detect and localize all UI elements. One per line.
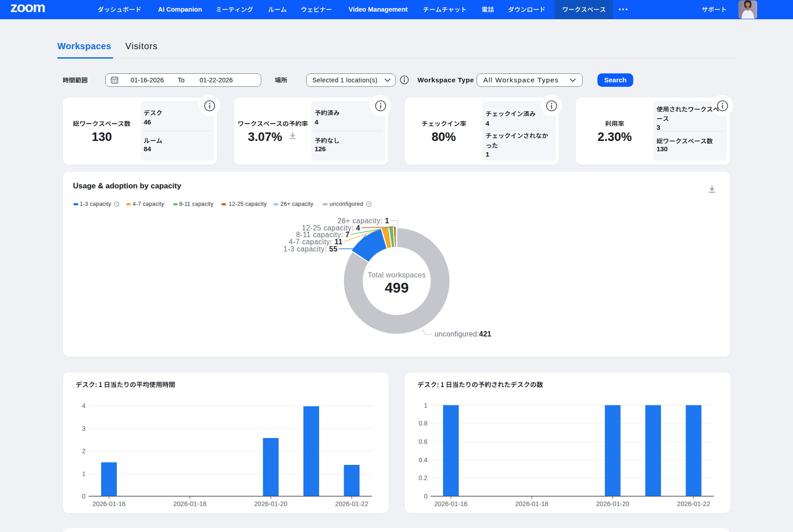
svg-text:unconfigured:421: unconfigured:421 <box>435 330 491 338</box>
svg-text:4: 4 <box>82 402 85 409</box>
svg-text:2026-01-16: 2026-01-16 <box>92 500 125 507</box>
svg-text:0.8: 0.8 <box>419 420 428 427</box>
svg-text:26+ capacity: 1: 26+ capacity: 1 <box>337 217 389 225</box>
svg-text:0: 0 <box>424 493 427 500</box>
svg-text:1: 1 <box>424 402 427 409</box>
svg-text:2026-01-18: 2026-01-18 <box>515 500 548 507</box>
svg-text:2026-01-20: 2026-01-20 <box>254 500 287 507</box>
svg-text:3: 3 <box>82 425 85 432</box>
svg-text:2026-01-22: 2026-01-22 <box>335 500 368 507</box>
svg-text:1-3 capacity: 55: 1-3 capacity: 55 <box>283 245 337 253</box>
svg-text:0: 0 <box>82 493 85 500</box>
svg-text:499: 499 <box>385 280 409 296</box>
svg-text:2026-01-16: 2026-01-16 <box>434 500 467 507</box>
svg-text:4-7 capacity: 11: 4-7 capacity: 11 <box>289 238 342 246</box>
svg-text:0.4: 0.4 <box>419 456 428 464</box>
svg-text:Total workspaces: Total workspaces <box>368 271 426 279</box>
svg-text:8-11 capacity: 7: 8-11 capacity: 7 <box>296 231 350 238</box>
svg-text:2: 2 <box>82 447 85 455</box>
svg-text:2026-01-18: 2026-01-18 <box>173 500 206 507</box>
svg-text:2026-01-20: 2026-01-20 <box>596 500 629 507</box>
svg-text:1: 1 <box>82 470 85 477</box>
svg-text:0.6: 0.6 <box>419 438 428 445</box>
svg-text:0.2: 0.2 <box>419 474 428 481</box>
svg-text:2026-01-22: 2026-01-22 <box>677 500 710 507</box>
